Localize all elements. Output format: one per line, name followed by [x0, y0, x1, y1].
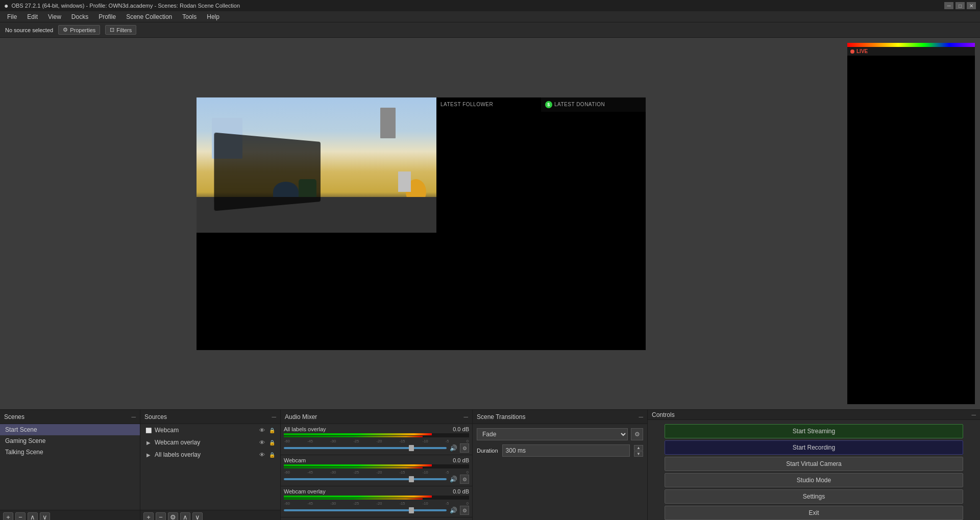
duration-up-button[interactable]: ▲ — [634, 445, 643, 451]
controls-panel: Controls ─ Start StreamingStart Recordin… — [648, 410, 980, 520]
menu-item-edit[interactable]: Edit — [22, 11, 43, 22]
volume-slider[interactable] — [284, 509, 447, 511]
duration-spinner: ▲ ▼ — [634, 445, 643, 457]
mute-button[interactable]: 🔊 — [449, 506, 458, 515]
vu-meter — [284, 464, 469, 468]
minimize-button[interactable]: ─ — [944, 2, 953, 9]
scenes-toolbar: + − ∧ ∨ — [0, 510, 140, 520]
menu-item-profile[interactable]: Profile — [93, 11, 121, 22]
preview-left: LATEST FOLLOWER $ LATEST DONATION — [0, 38, 842, 409]
volume-slider[interactable] — [284, 478, 447, 480]
transitions-collapse-icon[interactable]: ─ — [639, 413, 643, 420]
transitions-panel: Scene Transitions ─ FadeCutSwipeSlide ⚙ … — [473, 410, 648, 520]
menu-item-docks[interactable]: Docks — [66, 11, 93, 22]
mute-button[interactable]: 🔊 — [449, 443, 458, 453]
audio-track: Webcam overlay 0.0 dB -60-45-30-25-20-15… — [281, 486, 472, 517]
add-scene-button[interactable]: + — [3, 512, 13, 521]
source-item[interactable]: ⬜Webcam👁🔒 — [140, 424, 280, 436]
controls-collapse-icon[interactable]: ─ — [971, 411, 976, 418]
audio-track-db: 0.0 dB — [453, 426, 469, 432]
sources-panel: Sources ─ ⬜Webcam👁🔒▶Webcam overlay👁🔒▶All… — [140, 410, 281, 520]
close-button[interactable]: ✕ — [967, 2, 976, 9]
remove-source-button[interactable]: − — [156, 512, 166, 521]
sources-list: ⬜Webcam👁🔒▶Webcam overlay👁🔒▶All labels ov… — [140, 424, 280, 510]
source-lock-toggle[interactable]: 🔒 — [268, 438, 276, 447]
audio-controls-row: 🔊 ⚙ — [284, 506, 469, 515]
add-source-button[interactable]: + — [143, 512, 154, 521]
audio-track-name: Webcam — [284, 457, 306, 463]
source-item[interactable]: ▶Webcam overlay👁🔒 — [140, 436, 280, 449]
volume-slider[interactable] — [284, 447, 447, 449]
audio-collapse-icon[interactable]: ─ — [463, 413, 468, 420]
scene-item[interactable]: Talking Scene — [0, 447, 140, 458]
live-label: LIVE — [856, 48, 868, 54]
audio-track-settings-button[interactable]: ⚙ — [460, 506, 469, 515]
menu-item-tools[interactable]: Tools — [177, 11, 202, 22]
duration-input[interactable] — [502, 444, 630, 457]
transition-type-row: FadeCutSwipeSlide ⚙ — [477, 428, 643, 440]
titlebar-controls: ─ □ ✕ — [944, 2, 976, 9]
sources-panel-header: Sources ─ — [140, 410, 280, 424]
source-lock-toggle[interactable]: 🔒 — [268, 426, 276, 434]
source-visibility-toggle[interactable]: 👁 — [258, 451, 266, 459]
move-source-down-button[interactable]: ∨ — [192, 512, 203, 521]
filters-button[interactable]: ⊡ Filters — [105, 25, 136, 35]
mute-button[interactable]: 🔊 — [449, 475, 458, 484]
menu-item-help[interactable]: Help — [202, 11, 225, 22]
move-scene-down-button[interactable]: ∨ — [40, 512, 50, 521]
vu-meter — [284, 433, 469, 437]
audio-controls-row: 🔊 ⚙ — [284, 475, 469, 484]
scene-item[interactable]: Start Scene — [0, 424, 140, 435]
audio-track-settings-button[interactable]: ⚙ — [460, 475, 469, 484]
source-item[interactable]: ▶All labels overlay👁🔒 — [140, 449, 280, 461]
audio-track: Webcam 0.0 dB -60-45-30-25-20-15-10-50 🔊… — [281, 455, 472, 486]
live-preview-rainbow-bar — [847, 43, 975, 47]
maximize-button[interactable]: □ — [955, 2, 965, 9]
audio-track-settings-button[interactable]: ⚙ — [460, 443, 469, 453]
move-source-up-button[interactable]: ∧ — [180, 512, 190, 521]
sources-collapse-icon[interactable]: ─ — [272, 413, 276, 420]
studio-mode-button[interactable]: Studio Mode — [665, 473, 964, 487]
titlebar: ● OBS 27.2.1 (64-bit, windows) - Profile… — [0, 0, 980, 11]
latest-donation-bar: $ LATEST DONATION — [541, 97, 646, 112]
audio-tracks: All labels overlay 0.0 dB -60-45-30-25-2… — [281, 424, 472, 520]
volume-handle — [409, 507, 414, 513]
duration-down-button[interactable]: ▼ — [634, 451, 643, 457]
menu-item-scene-collection[interactable]: Scene Collection — [121, 11, 177, 22]
properties-button[interactable]: ⚙ Properties — [58, 25, 100, 35]
media-icon: ▶ — [144, 438, 153, 447]
duration-label: Duration — [477, 448, 498, 454]
source-lock-toggle[interactable]: 🔒 — [268, 451, 276, 459]
transition-settings-button[interactable]: ⚙ — [631, 428, 643, 440]
scenes-list: Start SceneGaming SceneTalking Scene — [0, 424, 140, 510]
source-visibility-toggle[interactable]: 👁 — [258, 426, 266, 434]
exit-button[interactable]: Exit — [665, 506, 964, 520]
move-scene-up-button[interactable]: ∧ — [28, 512, 38, 521]
scene-item[interactable]: Gaming Scene — [0, 435, 140, 447]
remove-scene-button[interactable]: − — [15, 512, 26, 521]
audio-title: Audio Mixer — [285, 413, 317, 420]
vu-scale: -60-45-30-25-20-15-10-50 — [284, 470, 469, 475]
audio-controls-row: 🔊 ⚙ — [284, 443, 469, 453]
volume-handle — [409, 445, 414, 451]
latest-follower-bar: LATEST FOLLOWER — [436, 97, 541, 112]
transitions-title: Scene Transitions — [477, 413, 525, 420]
source-visibility-toggle[interactable]: 👁 — [258, 438, 266, 447]
settings-button[interactable]: Settings — [665, 489, 964, 504]
menu-item-view[interactable]: View — [43, 11, 66, 22]
vu-scale: -60-45-30-25-20-15-10-50 — [284, 501, 469, 506]
transition-type-select[interactable]: FadeCutSwipeSlide — [477, 428, 628, 440]
audio-track: All labels overlay 0.0 dB -60-45-30-25-2… — [281, 424, 472, 455]
audio-panel: Audio Mixer ─ All labels overlay 0.0 dB … — [281, 410, 473, 520]
source-settings-button[interactable]: ⚙ — [168, 512, 178, 521]
source-name: Webcam overlay — [155, 439, 256, 446]
camera-icon: ⬜ — [144, 426, 153, 434]
source-name: All labels overlay — [155, 451, 256, 458]
menu-item-file[interactable]: File — [2, 11, 22, 22]
start-virtual-camera-button[interactable]: Start Virtual Camera — [665, 457, 964, 471]
start-streaming-button[interactable]: Start Streaming — [665, 424, 964, 438]
scenes-collapse-icon[interactable]: ─ — [131, 413, 136, 420]
titlebar-left: ● OBS 27.2.1 (64-bit, windows) - Profile… — [4, 2, 240, 10]
gear-icon: ⚙ — [63, 27, 68, 33]
start-recording-button[interactable]: Start Recording — [665, 440, 964, 455]
